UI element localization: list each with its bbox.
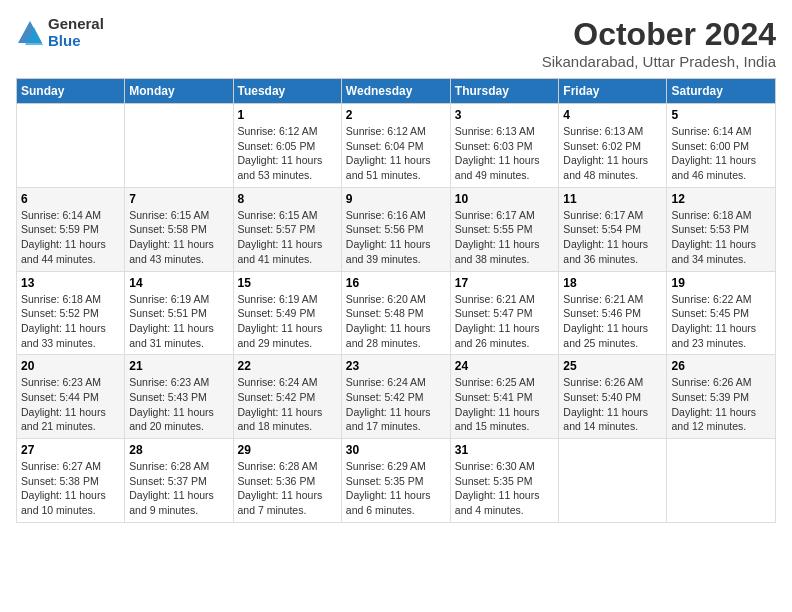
cell-w5-d4: 30Sunrise: 6:29 AM Sunset: 5:35 PM Dayli… xyxy=(341,439,450,523)
day-number-24: 24 xyxy=(455,359,555,373)
cell-w4-d7: 26Sunrise: 6:26 AM Sunset: 5:39 PM Dayli… xyxy=(667,355,776,439)
cell-w3-d2: 14Sunrise: 6:19 AM Sunset: 5:51 PM Dayli… xyxy=(125,271,233,355)
cell-w4-d1: 20Sunrise: 6:23 AM Sunset: 5:44 PM Dayli… xyxy=(17,355,125,439)
header-thursday: Thursday xyxy=(450,79,559,104)
title-block: October 2024 Sikandarabad, Uttar Pradesh… xyxy=(542,16,776,70)
day-info-15: Sunrise: 6:19 AM Sunset: 5:49 PM Dayligh… xyxy=(238,292,337,351)
logo-text: General Blue xyxy=(48,16,104,49)
day-number-16: 16 xyxy=(346,276,446,290)
cell-w5-d1: 27Sunrise: 6:27 AM Sunset: 5:38 PM Dayli… xyxy=(17,439,125,523)
calendar-header: SundayMondayTuesdayWednesdayThursdayFrid… xyxy=(17,79,776,104)
week-row-4: 20Sunrise: 6:23 AM Sunset: 5:44 PM Dayli… xyxy=(17,355,776,439)
cell-w4-d3: 22Sunrise: 6:24 AM Sunset: 5:42 PM Dayli… xyxy=(233,355,341,439)
cell-w4-d2: 21Sunrise: 6:23 AM Sunset: 5:43 PM Dayli… xyxy=(125,355,233,439)
day-number-5: 5 xyxy=(671,108,771,122)
logo-icon xyxy=(16,19,44,47)
day-info-12: Sunrise: 6:18 AM Sunset: 5:53 PM Dayligh… xyxy=(671,208,771,267)
day-info-6: Sunrise: 6:14 AM Sunset: 5:59 PM Dayligh… xyxy=(21,208,120,267)
day-number-31: 31 xyxy=(455,443,555,457)
cell-w1-d3: 1Sunrise: 6:12 AM Sunset: 6:05 PM Daylig… xyxy=(233,104,341,188)
day-number-23: 23 xyxy=(346,359,446,373)
day-info-11: Sunrise: 6:17 AM Sunset: 5:54 PM Dayligh… xyxy=(563,208,662,267)
logo-general-text: General xyxy=(48,16,104,33)
day-number-10: 10 xyxy=(455,192,555,206)
cell-w5-d3: 29Sunrise: 6:28 AM Sunset: 5:36 PM Dayli… xyxy=(233,439,341,523)
header-tuesday: Tuesday xyxy=(233,79,341,104)
day-info-9: Sunrise: 6:16 AM Sunset: 5:56 PM Dayligh… xyxy=(346,208,446,267)
day-info-20: Sunrise: 6:23 AM Sunset: 5:44 PM Dayligh… xyxy=(21,375,120,434)
cell-w3-d4: 16Sunrise: 6:20 AM Sunset: 5:48 PM Dayli… xyxy=(341,271,450,355)
day-info-27: Sunrise: 6:27 AM Sunset: 5:38 PM Dayligh… xyxy=(21,459,120,518)
cell-w3-d1: 13Sunrise: 6:18 AM Sunset: 5:52 PM Dayli… xyxy=(17,271,125,355)
day-info-31: Sunrise: 6:30 AM Sunset: 5:35 PM Dayligh… xyxy=(455,459,555,518)
day-info-23: Sunrise: 6:24 AM Sunset: 5:42 PM Dayligh… xyxy=(346,375,446,434)
day-number-7: 7 xyxy=(129,192,228,206)
day-info-16: Sunrise: 6:20 AM Sunset: 5:48 PM Dayligh… xyxy=(346,292,446,351)
day-info-18: Sunrise: 6:21 AM Sunset: 5:46 PM Dayligh… xyxy=(563,292,662,351)
week-row-5: 27Sunrise: 6:27 AM Sunset: 5:38 PM Dayli… xyxy=(17,439,776,523)
day-info-7: Sunrise: 6:15 AM Sunset: 5:58 PM Dayligh… xyxy=(129,208,228,267)
page-header: General Blue October 2024 Sikandarabad, … xyxy=(16,16,776,70)
cell-w1-d7: 5Sunrise: 6:14 AM Sunset: 6:00 PM Daylig… xyxy=(667,104,776,188)
cell-w3-d3: 15Sunrise: 6:19 AM Sunset: 5:49 PM Dayli… xyxy=(233,271,341,355)
week-row-2: 6Sunrise: 6:14 AM Sunset: 5:59 PM Daylig… xyxy=(17,187,776,271)
cell-w2-d2: 7Sunrise: 6:15 AM Sunset: 5:58 PM Daylig… xyxy=(125,187,233,271)
week-row-3: 13Sunrise: 6:18 AM Sunset: 5:52 PM Dayli… xyxy=(17,271,776,355)
header-row: SundayMondayTuesdayWednesdayThursdayFrid… xyxy=(17,79,776,104)
day-number-1: 1 xyxy=(238,108,337,122)
cell-w1-d1 xyxy=(17,104,125,188)
day-info-2: Sunrise: 6:12 AM Sunset: 6:04 PM Dayligh… xyxy=(346,124,446,183)
cell-w2-d3: 8Sunrise: 6:15 AM Sunset: 5:57 PM Daylig… xyxy=(233,187,341,271)
day-info-5: Sunrise: 6:14 AM Sunset: 6:00 PM Dayligh… xyxy=(671,124,771,183)
cell-w3-d6: 18Sunrise: 6:21 AM Sunset: 5:46 PM Dayli… xyxy=(559,271,667,355)
day-number-22: 22 xyxy=(238,359,337,373)
day-number-13: 13 xyxy=(21,276,120,290)
day-number-19: 19 xyxy=(671,276,771,290)
cell-w2-d5: 10Sunrise: 6:17 AM Sunset: 5:55 PM Dayli… xyxy=(450,187,559,271)
month-title: October 2024 xyxy=(542,16,776,53)
logo-blue-text: Blue xyxy=(48,33,104,50)
day-info-22: Sunrise: 6:24 AM Sunset: 5:42 PM Dayligh… xyxy=(238,375,337,434)
day-info-13: Sunrise: 6:18 AM Sunset: 5:52 PM Dayligh… xyxy=(21,292,120,351)
cell-w3-d7: 19Sunrise: 6:22 AM Sunset: 5:45 PM Dayli… xyxy=(667,271,776,355)
day-info-26: Sunrise: 6:26 AM Sunset: 5:39 PM Dayligh… xyxy=(671,375,771,434)
day-number-12: 12 xyxy=(671,192,771,206)
day-number-18: 18 xyxy=(563,276,662,290)
day-number-9: 9 xyxy=(346,192,446,206)
day-number-3: 3 xyxy=(455,108,555,122)
cell-w2-d7: 12Sunrise: 6:18 AM Sunset: 5:53 PM Dayli… xyxy=(667,187,776,271)
location-subtitle: Sikandarabad, Uttar Pradesh, India xyxy=(542,53,776,70)
cell-w3-d5: 17Sunrise: 6:21 AM Sunset: 5:47 PM Dayli… xyxy=(450,271,559,355)
day-info-1: Sunrise: 6:12 AM Sunset: 6:05 PM Dayligh… xyxy=(238,124,337,183)
header-sunday: Sunday xyxy=(17,79,125,104)
calendar-table: SundayMondayTuesdayWednesdayThursdayFrid… xyxy=(16,78,776,523)
day-number-17: 17 xyxy=(455,276,555,290)
cell-w2-d6: 11Sunrise: 6:17 AM Sunset: 5:54 PM Dayli… xyxy=(559,187,667,271)
cell-w5-d2: 28Sunrise: 6:28 AM Sunset: 5:37 PM Dayli… xyxy=(125,439,233,523)
cell-w5-d5: 31Sunrise: 6:30 AM Sunset: 5:35 PM Dayli… xyxy=(450,439,559,523)
week-row-1: 1Sunrise: 6:12 AM Sunset: 6:05 PM Daylig… xyxy=(17,104,776,188)
day-number-21: 21 xyxy=(129,359,228,373)
day-number-25: 25 xyxy=(563,359,662,373)
cell-w2-d1: 6Sunrise: 6:14 AM Sunset: 5:59 PM Daylig… xyxy=(17,187,125,271)
cell-w1-d2 xyxy=(125,104,233,188)
day-info-8: Sunrise: 6:15 AM Sunset: 5:57 PM Dayligh… xyxy=(238,208,337,267)
day-info-10: Sunrise: 6:17 AM Sunset: 5:55 PM Dayligh… xyxy=(455,208,555,267)
day-number-30: 30 xyxy=(346,443,446,457)
header-saturday: Saturday xyxy=(667,79,776,104)
calendar-body: 1Sunrise: 6:12 AM Sunset: 6:05 PM Daylig… xyxy=(17,104,776,523)
day-info-30: Sunrise: 6:29 AM Sunset: 5:35 PM Dayligh… xyxy=(346,459,446,518)
logo: General Blue xyxy=(16,16,104,49)
cell-w4-d4: 23Sunrise: 6:24 AM Sunset: 5:42 PM Dayli… xyxy=(341,355,450,439)
day-number-28: 28 xyxy=(129,443,228,457)
day-info-3: Sunrise: 6:13 AM Sunset: 6:03 PM Dayligh… xyxy=(455,124,555,183)
day-number-29: 29 xyxy=(238,443,337,457)
day-number-8: 8 xyxy=(238,192,337,206)
day-number-20: 20 xyxy=(21,359,120,373)
day-number-2: 2 xyxy=(346,108,446,122)
day-info-29: Sunrise: 6:28 AM Sunset: 5:36 PM Dayligh… xyxy=(238,459,337,518)
cell-w1-d4: 2Sunrise: 6:12 AM Sunset: 6:04 PM Daylig… xyxy=(341,104,450,188)
header-friday: Friday xyxy=(559,79,667,104)
day-number-11: 11 xyxy=(563,192,662,206)
day-info-24: Sunrise: 6:25 AM Sunset: 5:41 PM Dayligh… xyxy=(455,375,555,434)
